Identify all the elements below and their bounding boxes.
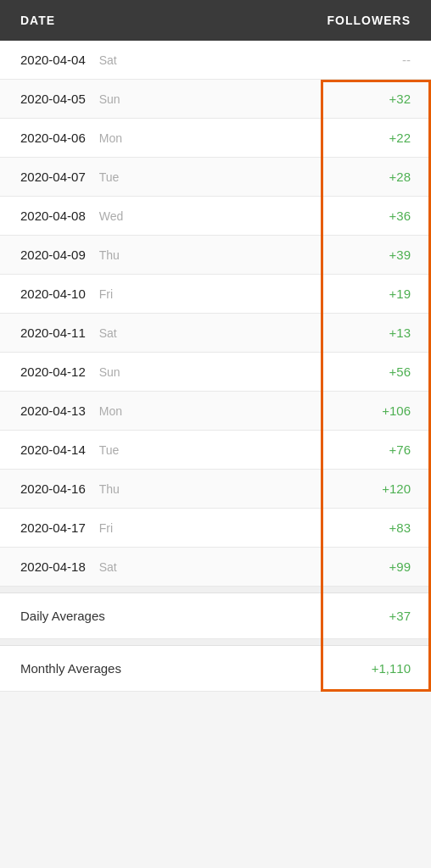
table-row: 2020-04-14Tue+76 — [0, 431, 431, 470]
table-row: 2020-04-16Thu+120 — [0, 470, 431, 509]
monthly-averages-value: +1,110 — [372, 661, 411, 676]
date-column-header: DATE — [20, 14, 55, 27]
row-date: 2020-04-12 — [20, 364, 86, 379]
row-value: +83 — [389, 520, 411, 535]
row-value: -- — [402, 53, 411, 67]
row-left: 2020-04-04Sat — [20, 53, 125, 67]
row-day: Sat — [99, 326, 125, 340]
daily-averages-left: Daily Averages — [20, 609, 105, 623]
table-row: 2020-04-04Sat-- — [0, 41, 431, 80]
table-row: 2020-04-18Sat+99 — [0, 548, 431, 587]
table-row: 2020-04-09Thu+39 — [0, 236, 431, 275]
row-value: +39 — [389, 248, 411, 262]
row-date: 2020-04-18 — [20, 559, 86, 574]
row-left: 2020-04-12Sun — [20, 364, 125, 379]
row-date: 2020-04-05 — [20, 92, 86, 106]
row-day: Wed — [99, 209, 125, 223]
row-left: 2020-04-11Sat — [20, 326, 125, 340]
table-header: DATE FOLLOWERS — [0, 0, 431, 41]
row-value: +106 — [382, 403, 411, 418]
row-value: +76 — [389, 442, 411, 457]
row-date: 2020-04-06 — [20, 131, 86, 145]
table-row: 2020-04-06Mon+22 — [0, 119, 431, 158]
daily-averages-label: Daily Averages — [20, 609, 105, 623]
row-day: Fri — [99, 521, 125, 535]
row-left: 2020-04-14Tue — [20, 442, 125, 457]
row-day: Tue — [99, 170, 125, 184]
row-day: Sat — [99, 560, 125, 574]
monthly-averages-left: Monthly Averages — [20, 661, 121, 676]
row-left: 2020-04-08Wed — [20, 209, 125, 223]
row-left: 2020-04-05Sun — [20, 92, 125, 106]
row-value: +22 — [389, 131, 411, 145]
followers-column-header: FOLLOWERS — [327, 14, 411, 27]
row-value: +19 — [389, 287, 411, 301]
row-value: +28 — [389, 170, 411, 184]
row-date: 2020-04-10 — [20, 287, 86, 301]
row-value: +36 — [389, 209, 411, 223]
row-day: Thu — [99, 482, 125, 496]
row-date: 2020-04-17 — [20, 520, 86, 535]
row-day: Mon — [99, 404, 125, 418]
table-row: 2020-04-07Tue+28 — [0, 158, 431, 197]
daily-averages-row: Daily Averages +37 — [0, 593, 431, 639]
row-left: 2020-04-13Mon — [20, 403, 125, 418]
row-value: +99 — [389, 559, 411, 574]
row-value: +32 — [389, 92, 411, 106]
row-date: 2020-04-14 — [20, 442, 86, 457]
row-day: Sat — [99, 53, 125, 67]
row-value: +120 — [382, 481, 411, 496]
table-row: 2020-04-11Sat+13 — [0, 314, 431, 353]
row-value: +13 — [389, 326, 411, 340]
row-day: Mon — [99, 131, 125, 145]
table-body: 2020-04-04Sat--2020-04-05Sun+322020-04-0… — [0, 41, 431, 692]
table-row: 2020-04-05Sun+32 — [0, 80, 431, 119]
separator — [0, 587, 431, 593]
row-date: 2020-04-07 — [20, 170, 86, 184]
row-date: 2020-04-04 — [20, 53, 86, 67]
row-left: 2020-04-06Mon — [20, 131, 125, 145]
row-left: 2020-04-18Sat — [20, 559, 125, 574]
row-left: 2020-04-09Thu — [20, 248, 125, 262]
table-row: 2020-04-17Fri+83 — [0, 509, 431, 548]
row-left: 2020-04-16Thu — [20, 481, 125, 496]
monthly-averages-label: Monthly Averages — [20, 661, 121, 676]
row-date: 2020-04-16 — [20, 481, 86, 496]
row-day: Sun — [99, 365, 125, 379]
table-row: 2020-04-08Wed+36 — [0, 197, 431, 236]
monthly-averages-row: Monthly Averages +1,110 — [0, 646, 431, 692]
row-date: 2020-04-11 — [20, 326, 86, 340]
row-day: Tue — [99, 443, 125, 457]
row-date: 2020-04-08 — [20, 209, 86, 223]
row-date: 2020-04-09 — [20, 248, 86, 262]
row-value: +56 — [389, 364, 411, 379]
row-left: 2020-04-10Fri — [20, 287, 125, 301]
row-left: 2020-04-07Tue — [20, 170, 125, 184]
row-left: 2020-04-17Fri — [20, 520, 125, 535]
row-day: Sun — [99, 92, 125, 106]
row-date: 2020-04-13 — [20, 403, 86, 418]
separator-2 — [0, 639, 431, 646]
followers-table: DATE FOLLOWERS 2020-04-04Sat--2020-04-05… — [0, 0, 431, 692]
row-day: Fri — [99, 287, 125, 301]
table-row: 2020-04-10Fri+19 — [0, 275, 431, 314]
table-row: 2020-04-12Sun+56 — [0, 353, 431, 392]
row-day: Thu — [99, 248, 125, 262]
table-row: 2020-04-13Mon+106 — [0, 392, 431, 431]
daily-averages-value: +37 — [389, 609, 411, 623]
